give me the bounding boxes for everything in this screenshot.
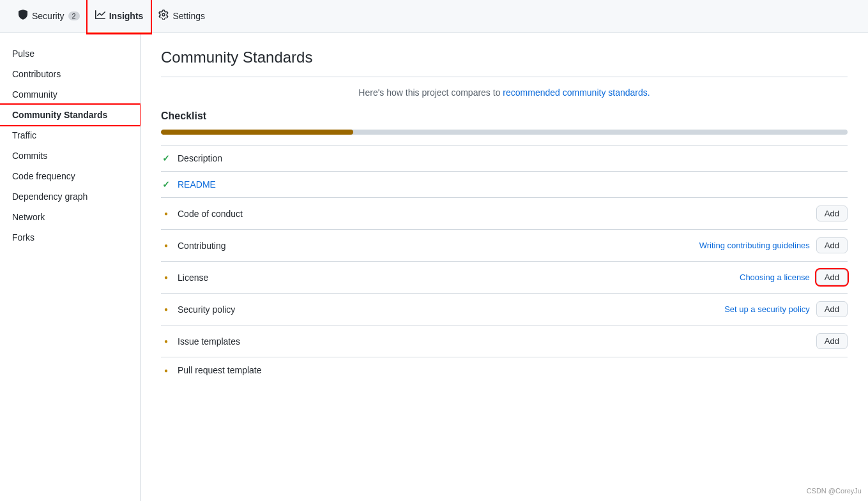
top-nav: Security 2 Insights Settings	[0, 0, 868, 33]
checklist-label-readme[interactable]: README	[178, 179, 848, 190]
title-divider	[161, 77, 848, 77]
checklist-label-pull-request-template: Pull request template	[178, 365, 848, 375]
nav-security-badge: 2	[68, 11, 80, 20]
main-content: Community Standards Here's how this proj…	[141, 33, 868, 501]
nav-item-security[interactable]: Security 2	[10, 0, 88, 33]
dot-icon-contributing: ●	[161, 242, 171, 249]
checklist-actions-security-policy: Set up a security policy Add	[724, 301, 848, 317]
add-button-code-of-conduct[interactable]: Add	[816, 206, 848, 221]
page-title: Community Standards	[161, 49, 848, 66]
checklist-item-readme: ✓ README	[161, 171, 848, 197]
checklist-actions-license: Choosing a license Add	[740, 269, 848, 285]
dot-icon-security-policy: ●	[161, 306, 171, 313]
dot-icon-pull-request-template: ●	[161, 367, 171, 374]
shield-icon	[18, 10, 28, 22]
dot-icon-issue-templates: ●	[161, 338, 171, 345]
recommended-standards-link[interactable]: recommended community standards.	[503, 87, 650, 98]
checklist-label-contributing: Contributing	[178, 241, 693, 251]
checklist-item-security-policy: ● Security policy Set up a security poli…	[161, 293, 848, 325]
sidebar-item-community-standards[interactable]: Community Standards	[0, 105, 140, 125]
add-button-license[interactable]: Add	[816, 269, 848, 285]
checklist-item-issue-templates: ● Issue templates Add	[161, 325, 848, 357]
sidebar-item-dependency-graph[interactable]: Dependency graph	[0, 186, 140, 207]
main-layout: Pulse Contributors Community Community S…	[0, 33, 868, 501]
add-button-issue-templates[interactable]: Add	[816, 333, 848, 349]
compare-text: Here's how this project compares to reco…	[161, 87, 848, 98]
checklist-item-code-of-conduct: ● Code of conduct Add	[161, 197, 848, 229]
action-link-security-policy[interactable]: Set up a security policy	[724, 304, 810, 314]
checklist-actions-contributing: Writing contributing guidelines Add	[699, 237, 848, 253]
checklist-label-security-policy: Security policy	[178, 304, 718, 315]
checklist-label-code-of-conduct: Code of conduct	[178, 209, 810, 219]
nav-item-insights[interactable]: Insights	[88, 0, 151, 33]
insights-icon	[95, 10, 105, 22]
checklist-item-pull-request-template: ● Pull request template	[161, 357, 848, 383]
nav-settings-label: Settings	[172, 11, 205, 21]
sidebar-item-pulse[interactable]: Pulse	[0, 43, 140, 64]
dot-icon-code-of-conduct: ●	[161, 210, 171, 217]
checklist-title: Checklist	[161, 110, 848, 122]
add-button-contributing[interactable]: Add	[816, 237, 848, 253]
checklist-item-description: ✓ Description	[161, 145, 848, 171]
sidebar-item-network[interactable]: Network	[0, 207, 140, 227]
watermark: CSDN @CoreyJu	[807, 487, 862, 495]
sidebar-item-code-frequency[interactable]: Code frequency	[0, 166, 140, 186]
action-link-license[interactable]: Choosing a license	[740, 273, 810, 282]
sidebar-item-traffic[interactable]: Traffic	[0, 125, 140, 146]
checklist-section: Checklist ✓ Description ✓ README ● Code …	[161, 110, 848, 383]
sidebar: Pulse Contributors Community Community S…	[0, 33, 141, 501]
sidebar-item-community[interactable]: Community	[0, 84, 140, 105]
checklist-actions-code-of-conduct: Add	[816, 206, 848, 221]
sidebar-item-forks[interactable]: Forks	[0, 227, 140, 248]
add-button-security-policy[interactable]: Add	[816, 301, 848, 317]
check-icon-readme: ✓	[161, 179, 171, 190]
nav-security-label: Security	[32, 11, 65, 21]
gear-icon	[158, 10, 169, 22]
nav-item-settings[interactable]: Settings	[151, 0, 213, 33]
checklist-item-contributing: ● Contributing Writing contributing guid…	[161, 229, 848, 261]
checklist-label-description: Description	[178, 153, 848, 163]
action-link-contributing[interactable]: Writing contributing guidelines	[699, 241, 810, 250]
progress-bar-container	[161, 130, 848, 135]
dot-icon-license: ●	[161, 274, 171, 281]
checklist-item-license: ● License Choosing a license Add	[161, 261, 848, 293]
checklist-actions-issue-templates: Add	[816, 333, 848, 349]
nav-insights-label: Insights	[109, 11, 144, 21]
check-icon-description: ✓	[161, 153, 171, 163]
checklist-label-issue-templates: Issue templates	[178, 336, 810, 347]
sidebar-item-contributors[interactable]: Contributors	[0, 64, 140, 84]
sidebar-item-commits[interactable]: Commits	[0, 146, 140, 166]
progress-bar-fill	[161, 130, 353, 135]
checklist-label-license: License	[178, 273, 733, 283]
